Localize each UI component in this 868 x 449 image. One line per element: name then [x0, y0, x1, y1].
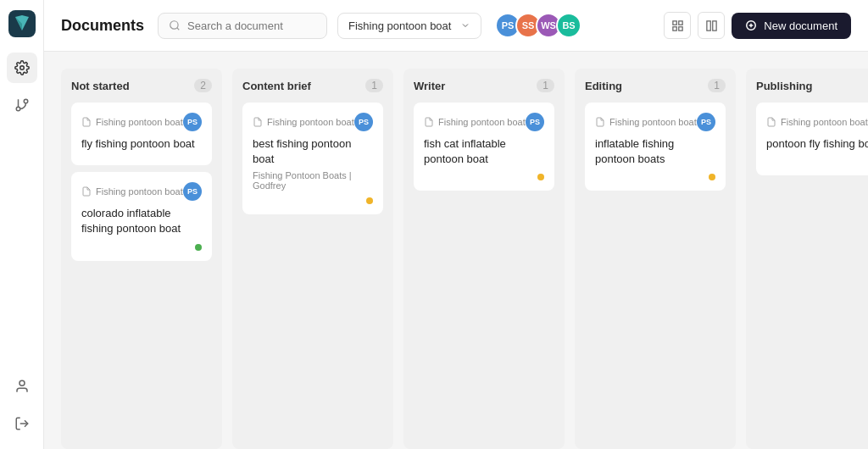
column-count-content-brief: 1 — [365, 79, 383, 92]
card-doc-label: Fishing pontoon boat — [81, 117, 183, 127]
search-input[interactable] — [187, 19, 298, 32]
filter-dropdown[interactable]: Fishing pontoon boat — [337, 13, 481, 39]
card-footer — [766, 158, 868, 165]
sidebar-bottom — [7, 371, 37, 439]
card-doc-label-text: Fishing pontoon boat — [781, 117, 868, 127]
page-header: Documents Fishing pontoon boat PS SS WS … — [44, 0, 868, 52]
svg-rect-11 — [673, 26, 676, 30]
column-not-started: Not started2Fishing pontoon boatPSfly fi… — [61, 69, 222, 449]
column-writer: Writer1Fishing pontoon boatPSfish cat in… — [403, 69, 565, 449]
card-meta: Fishing pontoon boatPS — [81, 113, 202, 131]
header-icon-list[interactable] — [664, 12, 691, 39]
column-header-publishing: Publishing1 — [756, 79, 868, 92]
card-meta: Fishing pontoon boatPS — [81, 182, 202, 201]
search-icon — [169, 19, 181, 31]
card-meta: Fishing pontoon boatPS — [253, 113, 373, 131]
main-content: Documents Fishing pontoon boat PS SS WS … — [44, 0, 868, 449]
svg-point-1 — [19, 66, 24, 70]
card-title: pontoon fly fishing boat — [766, 136, 868, 152]
column-editing: Editing1Fishing pontoon boatPSinflatable… — [575, 69, 736, 449]
card-title: fly fishing pontoon boat — [81, 136, 202, 152]
plus-icon — [745, 19, 757, 31]
column-title-not-started: Not started — [71, 80, 130, 92]
card-doc-label-text: Fishing pontoon boat — [267, 117, 354, 127]
card-avatar: PS — [183, 113, 202, 131]
card[interactable]: Fishing pontoon boatPSpontoon fly fishin… — [756, 103, 868, 175]
card-title: fish cat inflatable pontoon boat — [424, 136, 544, 167]
column-header-writer: Writer1 — [414, 79, 554, 92]
card[interactable]: Fishing pontoon boatPSfly fishing pontoo… — [71, 103, 212, 165]
filter-label: Fishing pontoon boat — [348, 19, 451, 32]
new-document-label: New document — [764, 19, 837, 32]
column-title-content-brief: Content brief — [242, 80, 311, 92]
column-header-content-brief: Content brief1 — [242, 79, 383, 92]
card-footer — [253, 197, 373, 204]
card-meta: Fishing pontoon boatPS — [424, 113, 544, 131]
column-title-writer: Writer — [414, 80, 445, 92]
sidebar — [0, 0, 44, 449]
svg-point-5 — [19, 380, 25, 385]
column-count-editing: 1 — [708, 79, 726, 92]
status-dot — [537, 174, 544, 180]
card-doc-label-text: Fishing pontoon boat — [96, 117, 183, 127]
sidebar-item-branches[interactable] — [7, 90, 37, 120]
svg-rect-14 — [713, 20, 716, 30]
avatar-bs[interactable]: BS — [556, 13, 581, 38]
status-dot — [195, 244, 202, 251]
header-icon-columns[interactable] — [698, 12, 725, 39]
header-icons: New document — [664, 12, 851, 39]
svg-line-8 — [177, 28, 180, 30]
card-title: colorado inflatable fishing pontoon boat — [81, 206, 202, 236]
column-header-editing: Editing1 — [585, 79, 726, 92]
sidebar-item-logout[interactable] — [7, 408, 37, 439]
chevron-down-icon — [460, 20, 470, 30]
svg-point-7 — [170, 21, 178, 29]
card[interactable]: Fishing pontoon boatPSbest fishing ponto… — [242, 103, 383, 214]
kanban-board: Not started2Fishing pontoon boatPSfly fi… — [44, 52, 868, 449]
svg-rect-13 — [707, 20, 710, 30]
card-doc-label: Fishing pontoon boat — [595, 117, 697, 127]
new-document-button[interactable]: New document — [732, 13, 851, 39]
card-title: best fishing pontoon boat — [253, 136, 373, 167]
status-dot — [709, 174, 715, 180]
card[interactable]: Fishing pontoon boatPScolorado inflatabl… — [71, 172, 212, 260]
card-meta: Fishing pontoon boatPS — [595, 113, 715, 131]
column-header-not-started: Not started2 — [71, 79, 212, 92]
column-title-editing: Editing — [585, 80, 622, 92]
sidebar-item-user[interactable] — [7, 371, 37, 402]
card-doc-label-text: Fishing pontoon boat — [96, 186, 183, 197]
column-count-not-started: 2 — [194, 79, 212, 92]
card-footer — [424, 174, 544, 180]
svg-rect-10 — [679, 20, 682, 24]
column-publishing: Publishing1Fishing pontoon boatPSpontoon… — [746, 69, 868, 449]
card-subtitle: Fishing Pontoon Boats | Godfrey — [253, 170, 373, 191]
card-avatar: PS — [183, 182, 202, 201]
card-meta: Fishing pontoon boatPS — [766, 113, 868, 131]
page-title: Documents — [61, 17, 144, 35]
card-doc-label: Fishing pontoon boat — [766, 117, 868, 127]
search-box[interactable] — [158, 13, 327, 39]
card-avatar: PS — [354, 113, 373, 131]
card-footer — [595, 174, 715, 180]
card[interactable]: Fishing pontoon boatPSfish cat inflatabl… — [414, 103, 554, 191]
card[interactable]: Fishing pontoon boatPSinflatable fishing… — [585, 103, 726, 191]
column-count-writer: 1 — [537, 79, 554, 92]
card-footer — [81, 244, 202, 251]
column-content-brief: Content brief1Fishing pontoon boatPSbest… — [232, 69, 393, 449]
card-title: inflatable fishing pontoon boats — [595, 136, 715, 167]
card-doc-label-text: Fishing pontoon boat — [438, 117, 526, 127]
card-avatar: PS — [526, 113, 544, 131]
svg-rect-12 — [679, 26, 682, 30]
avatar-group: PS SS WS BS — [495, 13, 581, 38]
column-title-publishing: Publishing — [756, 80, 812, 92]
app-logo[interactable] — [8, 10, 36, 37]
card-avatar: PS — [697, 113, 715, 131]
status-dot — [366, 197, 373, 204]
card-doc-label-text: Fishing pontoon boat — [609, 117, 697, 127]
svg-rect-9 — [673, 20, 676, 24]
card-doc-label: Fishing pontoon boat — [81, 186, 183, 197]
card-doc-label: Fishing pontoon boat — [253, 117, 354, 127]
sidebar-item-settings[interactable] — [7, 53, 37, 83]
card-doc-label: Fishing pontoon boat — [424, 117, 526, 127]
svg-point-4 — [16, 107, 20, 111]
